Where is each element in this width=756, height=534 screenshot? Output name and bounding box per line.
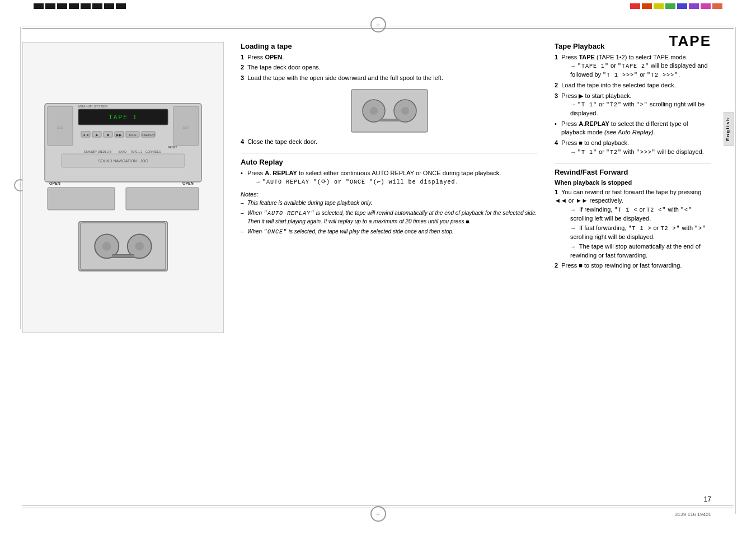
top-bar-right: [630, 1, 756, 9]
rw-arrow-1: → If rewinding, "T 1 < or T2 <" with "<"…: [562, 205, 711, 223]
tp-step-3-text: Press ▶ to start playback.: [561, 92, 631, 99]
step-4: 4 Close the tape deck door.: [241, 138, 538, 146]
auto-replay-display2: ) or "ONCE "(: [326, 179, 377, 185]
note-3: When "ONCE" is selected, the tape will p…: [241, 228, 538, 236]
black-sq-2: [45, 3, 55, 9]
svg-point-48: [401, 107, 409, 115]
step-1: 1 Press OPEN.: [241, 53, 538, 62]
content-area: Loading a tape 1 Press OPEN. 2 The tape …: [241, 42, 711, 489]
hline-top2: [22, 28, 734, 29]
svg-rect-49: [379, 119, 400, 121]
svg-text:◄◄: ◄◄: [82, 133, 89, 137]
divider-2: [555, 163, 711, 163]
svg-text:TAPE 1-2: TAPE 1-2: [130, 150, 143, 153]
tp-step-1-text: Press TAPE (TAPE 1•2) to select TAPE mod…: [561, 54, 688, 60]
tp-step-1: 1 Press TAPE (TAPE 1•2) to select TAPE m…: [555, 53, 711, 79]
tp-step-1-arrow: →"TAPE 1" or "TAPE 2" will be displayed …: [562, 62, 711, 79]
svg-text:OPEN: OPEN: [182, 181, 194, 185]
notes-title: Notes:: [241, 191, 538, 198]
step-num-1: 1: [241, 54, 244, 60]
notes-section: Notes: This feature is available during …: [241, 191, 538, 236]
auto-replay-display: "AUTO REPLAY "(: [262, 179, 321, 185]
top-bar-left: [0, 1, 126, 9]
color-sq-purple: [689, 3, 699, 9]
right-column: Tape Playback 1 Press TAPE (TAPE 1•2) to…: [555, 42, 711, 489]
svg-text:■: ■: [107, 133, 109, 137]
tp-step-2-text: Load the tape into the selected tape dec…: [561, 82, 675, 88]
rewind-title: Rewind/Fast Forward: [555, 168, 711, 176]
color-sq-orange: [642, 3, 652, 9]
step-2: 2 The tape deck door opens.: [241, 63, 538, 72]
loading-tape-title: Loading a tape: [241, 42, 538, 50]
black-sq-3: [57, 3, 67, 9]
rw-step-1-text: You can rewind or fast forward the tape …: [555, 189, 701, 204]
svg-text:▶▶: ▶▶: [116, 133, 122, 137]
tp-step-4-text: Press ■ to end playback.: [561, 139, 629, 146]
loading-tape-section: Loading a tape 1 Press OPEN. 2 The tape …: [241, 42, 538, 84]
tape-playback-title: Tape Playback: [555, 42, 711, 50]
svg-text:OPEN: OPEN: [49, 181, 60, 185]
svg-text:SOUND NAVIGATION · JOG: SOUND NAVIGATION · JOG: [98, 159, 148, 163]
svg-text:CD1-2-3: CD1-2-3: [101, 150, 111, 153]
top-bar: [0, 0, 756, 10]
svg-text:RESET: RESET: [168, 146, 177, 149]
rw-arrow-2: → If fast forwarding, "T 1 > or T2 >" wi…: [562, 224, 711, 241]
compass-top: [370, 17, 386, 32]
black-sq-8: [116, 3, 126, 9]
black-sq-7: [104, 3, 114, 9]
divider-1: [241, 153, 538, 153]
color-sq-tan: [712, 3, 722, 9]
svg-rect-36: [48, 188, 115, 210]
black-sq-6: [92, 3, 102, 9]
rewind-subtitle: When playback is stopped: [555, 179, 711, 186]
color-sq-pink: [701, 3, 711, 9]
color-sq-blue: [677, 3, 687, 9]
step-num-4: 4: [241, 138, 244, 145]
tape-image-mid: [350, 88, 429, 133]
color-sq-green: [665, 3, 675, 9]
svg-rect-43: [112, 255, 134, 258]
page-number: 17: [704, 495, 711, 503]
svg-rect-38: [81, 223, 166, 270]
auto-replay-bullet: Press A. REPLAY to select either continu…: [241, 169, 538, 186]
tp-step-3-arrow: →"T 1" or "T2" with ">" scrolling right …: [562, 100, 711, 118]
svg-text:TAPE 1: TAPE 1: [109, 114, 138, 121]
catalog-number: 3139 116 19401: [675, 512, 711, 517]
svg-text:BAND: BAND: [119, 150, 126, 153]
tape-playback-section: Tape Playback 1 Press TAPE (TAPE 1•2) to…: [555, 42, 711, 158]
color-sq-yellow: [654, 3, 664, 9]
tp-step-num-3: 3: [555, 92, 558, 99]
step-3-text: Load the tape with the open side downwar…: [247, 74, 443, 81]
black-sq-4: [69, 3, 79, 9]
svg-text:CDR/VIDEO: CDR/VIDEO: [145, 150, 161, 153]
rw-arrow-3: → The tape will stop automatically at th…: [562, 242, 711, 260]
tp-step-4-arrow: →"T 1" or "T2" with ">>>" will be displa…: [562, 148, 711, 157]
svg-text:A.REPLAY: A.REPLAY: [142, 133, 156, 137]
rw-step-num-2: 2: [555, 262, 558, 269]
step-num-2: 2: [241, 64, 244, 71]
auto-replay-title: Auto Replay: [241, 158, 538, 166]
svg-text:MINI HIFI SYSTEM: MINI HIFI SYSTEM: [78, 105, 107, 108]
stereo-illustration: TAPE 1 MINI HIFI SYSTEM ◄◄ ▶ ■ ▶▶ TAPE A…: [28, 98, 218, 216]
svg-text:≡≡≡: ≡≡≡: [183, 126, 189, 129]
arrow-sym-auto: ⟳: [321, 178, 326, 185]
rw-step-1: 1 You can rewind or fast forward the tap…: [555, 188, 711, 260]
tape-deck-image-wrapper: [241, 88, 538, 133]
note-1: This feature is available during tape pl…: [241, 199, 538, 207]
step-1-text: Press OPEN.: [247, 54, 284, 60]
tp-step-4: 4 Press ■ to end playback. →"T 1" or "T2…: [555, 139, 711, 156]
svg-text:≡≡≡: ≡≡≡: [57, 126, 63, 129]
svg-point-42: [135, 242, 144, 251]
svg-point-46: [370, 107, 378, 115]
rewind-section: Rewind/Fast Forward When playback is sto…: [555, 168, 711, 272]
left-column: Loading a tape 1 Press OPEN. 2 The tape …: [241, 42, 538, 489]
step-num-3: 3: [241, 74, 244, 81]
auto-replay-section: Auto Replay Press A. REPLAY to select ei…: [241, 158, 538, 238]
note-2: When "AUTO REPLAY" is selected, the tape…: [241, 209, 538, 226]
side-tab-english: English: [724, 112, 734, 146]
svg-point-40: [102, 242, 111, 251]
tp-step-num-4: 4: [555, 139, 558, 146]
auto-replay-arrow: →"AUTO REPLAY "(⟳) or "ONCE "(⌐) will be…: [255, 177, 538, 186]
svg-rect-37: [126, 188, 199, 210]
tp-step-2: 2 Load the tape into the selected tape d…: [555, 81, 711, 90]
